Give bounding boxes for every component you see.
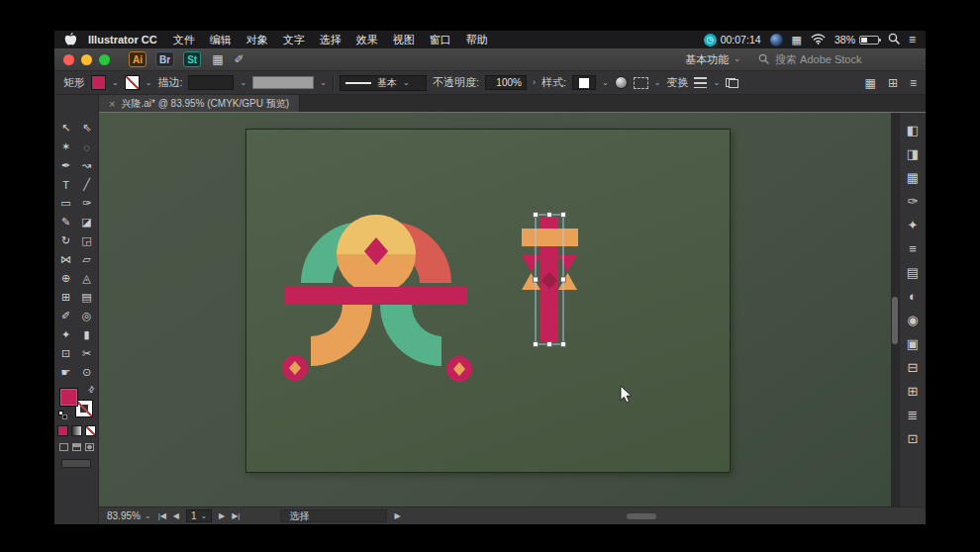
bridge-button[interactable]: Br [155,51,174,67]
tab-close-icon[interactable]: × [109,98,115,110]
artboard-navigation-field[interactable]: 1 [186,509,212,522]
eraser-tool[interactable]: ◪ [76,213,97,231]
color-button[interactable] [57,425,68,436]
menu-item[interactable]: 文件 [173,33,195,47]
lasso-tool[interactable]: ◌ [76,138,97,156]
opacity-label[interactable]: 不透明度: [433,75,479,90]
none-button[interactable] [85,425,96,436]
brushes-panel-button[interactable]: ✑ [900,189,926,213]
paintbrush-tool[interactable]: ✑ [76,194,97,213]
chevron-down-icon[interactable] [320,79,327,87]
draw-normal-icon[interactable] [59,443,68,451]
menu-item[interactable]: 文字 [283,33,305,47]
rectangle-tool[interactable]: ▭ [55,194,76,213]
last-artboard-button[interactable]: ▶| [232,511,240,520]
rotate-tool[interactable]: ↻ [55,231,76,250]
control-center-icon[interactable]: ≡ [909,33,916,46]
app-grid-icon[interactable]: ▦ [792,34,802,46]
screen-mode-button[interactable] [61,459,91,468]
magic-wand-tool[interactable]: ✶ [55,138,76,156]
artwork-xing-character[interactable] [282,215,472,382]
selection-tool[interactable]: ↖ [55,119,76,138]
pencil-tool[interactable]: ✎ [55,213,76,231]
color-panel-button[interactable]: ◧ [900,118,926,141]
hand-tool[interactable]: ☛ [55,363,76,382]
workspace-switcher[interactable]: 基本功能 [685,52,740,67]
draw-behind-icon[interactable] [72,443,81,451]
selection-handle[interactable] [561,342,566,347]
curvature-tool[interactable]: ↝ [76,156,97,175]
vertical-scrollbar-thumb[interactable] [892,297,898,344]
selection-handle[interactable] [534,342,539,347]
chevron-down-icon[interactable] [146,79,152,87]
document-grid-icon[interactable]: ▦ [865,76,876,90]
menubar-app-name[interactable]: Illustrator CC [88,34,157,46]
appearance-panel-button[interactable]: ◉ [900,308,926,331]
apple-menu-icon[interactable] [64,33,76,46]
timer-widget[interactable]: 00:07:14 [704,34,761,46]
document-tab[interactable]: × 兴隆.ai* @ 83.95% (CMYK/GPU 预览) [99,95,300,112]
gradient-panel-button[interactable]: ▤ [900,260,926,284]
chevron-down-icon[interactable] [713,79,720,87]
wifi-icon[interactable] [811,34,826,46]
pen-tool[interactable]: ✒ [55,156,76,175]
artboards-panel-button[interactable]: ⊞ [900,379,926,403]
draw-inside-icon[interactable] [85,443,94,451]
status-flyout-icon[interactable]: ▶ [394,511,400,520]
stroke-weight-field[interactable] [188,75,234,90]
stroke-color-swatch[interactable] [125,75,140,90]
battery-widget[interactable]: 38% [834,34,879,46]
selection-handle[interactable] [561,277,566,282]
menu-item[interactable]: 窗口 [430,33,451,47]
chevron-down-icon[interactable] [602,79,609,87]
direct-selection-tool[interactable]: ⇖ [76,119,97,138]
canvas[interactable] [99,113,891,506]
menu-item[interactable]: 帮助 [466,33,488,47]
line-segment-tool[interactable]: ╱ [76,175,97,194]
menu-item[interactable]: 编辑 [210,33,232,47]
touch-workspace-icon[interactable]: ✐ [234,52,244,66]
default-fill-stroke-icon[interactable] [58,411,67,419]
blend-tool[interactable]: ◎ [76,307,97,325]
perspective-grid-tool[interactable]: ◬ [76,269,97,288]
siri-icon[interactable] [770,34,783,46]
graphic-styles-panel-button[interactable]: ▣ [900,331,926,355]
stock-button[interactable]: St [183,51,201,67]
menu-item[interactable]: 效果 [356,33,378,47]
selection-handle[interactable] [534,213,539,218]
artwork-selected-object[interactable] [522,218,578,342]
stroke-panel-button[interactable]: ≡ [900,236,926,260]
color-guide-panel-button[interactable]: ◨ [900,141,926,165]
selection-handle[interactable] [547,342,552,347]
free-transform-tool[interactable]: ▱ [76,250,97,269]
minimize-window-button[interactable] [81,54,92,65]
graphic-style-dropdown[interactable] [572,75,596,90]
symbols-panel-button[interactable]: ✦ [900,213,926,236]
brush-definition-dropdown[interactable]: 基本 [340,75,427,91]
menu-item[interactable]: 视图 [393,33,415,47]
pathfinder-icon[interactable] [726,78,738,88]
gradient-tool[interactable]: ▤ [76,288,97,307]
fill-proxy-swatch[interactable] [59,388,78,407]
menu-item[interactable]: 选择 [320,33,342,47]
symbol-sprayer-tool[interactable]: ✦ [55,325,76,344]
first-artboard-button[interactable]: |◀ [158,511,166,520]
transform-link[interactable]: 变换 [666,75,688,90]
control-bar-menu-icon[interactable]: ≡ [910,76,917,90]
stock-search-field[interactable]: 搜索 Adobe Stock [758,52,917,67]
scale-tool[interactable]: ◲ [76,231,97,250]
zoom-tool[interactable]: ⊙ [76,363,97,382]
arrange-documents-icon[interactable]: ▦ [212,52,223,66]
eyedropper-tool[interactable]: ✐ [55,307,76,325]
selection-handle[interactable] [561,213,566,218]
arrange-windows-icon[interactable]: ⊞ [888,76,898,90]
fill-color-swatch[interactable] [91,75,106,90]
opacity-field[interactable]: 100% [485,75,527,90]
column-graph-tool[interactable]: ▮ [76,325,97,344]
chevron-down-icon[interactable] [112,79,119,87]
align-panel-button[interactable]: ≣ [900,403,926,426]
width-tool[interactable]: ⋈ [55,250,76,269]
previous-artboard-button[interactable]: ◀ [173,511,179,520]
swatches-panel-button[interactable]: ▦ [900,165,926,189]
spotlight-icon[interactable] [888,33,900,46]
